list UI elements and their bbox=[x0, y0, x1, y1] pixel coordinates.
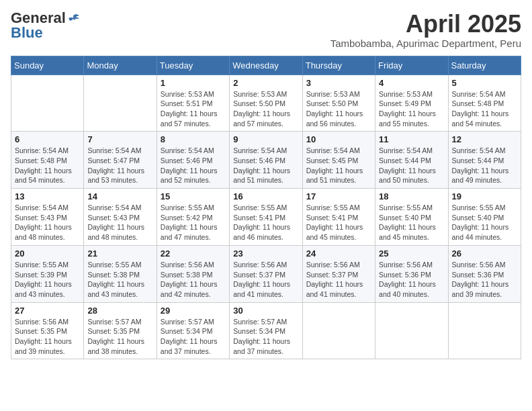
day-number: 6 bbox=[15, 134, 80, 144]
calendar-header-saturday: Saturday bbox=[448, 56, 521, 75]
day-number: 3 bbox=[306, 78, 371, 88]
calendar-cell: 2Sunrise: 5:53 AM Sunset: 5:50 PM Daylig… bbox=[230, 75, 302, 132]
calendar-cell: 23Sunrise: 5:56 AM Sunset: 5:37 PM Dayli… bbox=[230, 245, 302, 302]
day-info: Sunrise: 5:57 AM Sunset: 5:34 PM Dayligh… bbox=[233, 317, 298, 357]
calendar-cell: 26Sunrise: 5:56 AM Sunset: 5:36 PM Dayli… bbox=[448, 245, 521, 302]
calendar-week-row: 13Sunrise: 5:54 AM Sunset: 5:43 PM Dayli… bbox=[11, 189, 521, 246]
calendar-week-row: 27Sunrise: 5:56 AM Sunset: 5:35 PM Dayli… bbox=[11, 302, 521, 359]
calendar-cell bbox=[84, 75, 157, 132]
day-number: 26 bbox=[452, 248, 517, 259]
day-info: Sunrise: 5:54 AM Sunset: 5:48 PM Dayligh… bbox=[452, 89, 517, 129]
day-number: 7 bbox=[87, 134, 152, 144]
day-info: Sunrise: 5:55 AM Sunset: 5:39 PM Dayligh… bbox=[15, 260, 80, 300]
day-number: 10 bbox=[306, 134, 371, 144]
calendar-cell: 15Sunrise: 5:55 AM Sunset: 5:42 PM Dayli… bbox=[157, 189, 229, 246]
day-info: Sunrise: 5:53 AM Sunset: 5:51 PM Dayligh… bbox=[161, 89, 226, 129]
calendar-cell: 13Sunrise: 5:54 AM Sunset: 5:43 PM Dayli… bbox=[11, 189, 84, 246]
calendar-week-row: 6Sunrise: 5:54 AM Sunset: 5:48 PM Daylig… bbox=[11, 132, 521, 189]
day-info: Sunrise: 5:53 AM Sunset: 5:49 PM Dayligh… bbox=[379, 89, 444, 129]
day-number: 21 bbox=[87, 248, 152, 259]
day-number: 25 bbox=[379, 248, 444, 259]
calendar-cell: 20Sunrise: 5:55 AM Sunset: 5:39 PM Dayli… bbox=[11, 245, 84, 302]
day-info: Sunrise: 5:55 AM Sunset: 5:42 PM Dayligh… bbox=[161, 203, 226, 242]
day-info: Sunrise: 5:54 AM Sunset: 5:46 PM Dayligh… bbox=[233, 146, 298, 185]
day-number: 17 bbox=[306, 191, 371, 201]
day-number: 5 bbox=[452, 78, 517, 88]
day-number: 2 bbox=[233, 78, 298, 88]
calendar-cell: 12Sunrise: 5:54 AM Sunset: 5:44 PM Dayli… bbox=[448, 132, 521, 189]
header: General Blue April 2025 Tambobamba, Apur… bbox=[11, 11, 521, 49]
calendar-header-friday: Friday bbox=[375, 56, 448, 75]
day-number: 8 bbox=[161, 134, 226, 144]
calendar-cell: 18Sunrise: 5:55 AM Sunset: 5:40 PM Dayli… bbox=[375, 189, 448, 246]
calendar: SundayMondayTuesdayWednesdayThursdayFrid… bbox=[11, 56, 521, 360]
day-info: Sunrise: 5:55 AM Sunset: 5:41 PM Dayligh… bbox=[233, 203, 298, 242]
day-info: Sunrise: 5:55 AM Sunset: 5:40 PM Dayligh… bbox=[452, 203, 517, 242]
calendar-cell bbox=[448, 302, 521, 359]
calendar-cell: 8Sunrise: 5:54 AM Sunset: 5:46 PM Daylig… bbox=[157, 132, 229, 189]
logo: General Blue bbox=[11, 11, 79, 40]
calendar-cell bbox=[302, 302, 375, 359]
title-block: April 2025 Tambobamba, Apurimac Departme… bbox=[330, 11, 521, 49]
calendar-cell: 7Sunrise: 5:54 AM Sunset: 5:47 PM Daylig… bbox=[84, 132, 157, 189]
day-number: 12 bbox=[452, 134, 517, 144]
day-number: 30 bbox=[233, 306, 298, 316]
day-info: Sunrise: 5:54 AM Sunset: 5:45 PM Dayligh… bbox=[306, 146, 371, 185]
day-number: 24 bbox=[306, 248, 371, 259]
calendar-header-tuesday: Tuesday bbox=[157, 56, 229, 75]
calendar-header-sunday: Sunday bbox=[11, 56, 84, 75]
month-title: April 2025 bbox=[330, 11, 521, 38]
day-info: Sunrise: 5:54 AM Sunset: 5:47 PM Dayligh… bbox=[87, 146, 152, 185]
day-info: Sunrise: 5:55 AM Sunset: 5:40 PM Dayligh… bbox=[379, 203, 444, 242]
logo-general-text: General bbox=[11, 11, 66, 26]
day-number: 16 bbox=[233, 191, 298, 201]
day-info: Sunrise: 5:53 AM Sunset: 5:50 PM Dayligh… bbox=[233, 89, 298, 129]
day-number: 11 bbox=[379, 134, 444, 144]
calendar-header-thursday: Thursday bbox=[302, 56, 375, 75]
calendar-cell: 4Sunrise: 5:53 AM Sunset: 5:49 PM Daylig… bbox=[375, 75, 448, 132]
day-info: Sunrise: 5:57 AM Sunset: 5:34 PM Dayligh… bbox=[161, 317, 226, 357]
day-info: Sunrise: 5:56 AM Sunset: 5:36 PM Dayligh… bbox=[379, 260, 444, 300]
calendar-header-wednesday: Wednesday bbox=[230, 56, 302, 75]
calendar-cell: 3Sunrise: 5:53 AM Sunset: 5:50 PM Daylig… bbox=[302, 75, 375, 132]
calendar-cell: 27Sunrise: 5:56 AM Sunset: 5:35 PM Dayli… bbox=[11, 302, 84, 359]
day-number: 19 bbox=[452, 191, 517, 201]
day-number: 29 bbox=[161, 306, 226, 316]
day-info: Sunrise: 5:56 AM Sunset: 5:36 PM Dayligh… bbox=[452, 260, 517, 300]
calendar-cell: 19Sunrise: 5:55 AM Sunset: 5:40 PM Dayli… bbox=[448, 189, 521, 246]
day-info: Sunrise: 5:56 AM Sunset: 5:37 PM Dayligh… bbox=[306, 260, 371, 300]
day-number: 27 bbox=[15, 306, 80, 316]
calendar-header-monday: Monday bbox=[84, 56, 157, 75]
day-number: 20 bbox=[15, 248, 80, 259]
day-number: 1 bbox=[161, 78, 226, 88]
day-info: Sunrise: 5:57 AM Sunset: 5:35 PM Dayligh… bbox=[87, 317, 152, 357]
day-number: 28 bbox=[87, 306, 152, 316]
calendar-cell: 11Sunrise: 5:54 AM Sunset: 5:44 PM Dayli… bbox=[375, 132, 448, 189]
calendar-cell: 29Sunrise: 5:57 AM Sunset: 5:34 PM Dayli… bbox=[157, 302, 229, 359]
calendar-cell: 24Sunrise: 5:56 AM Sunset: 5:37 PM Dayli… bbox=[302, 245, 375, 302]
day-number: 9 bbox=[233, 134, 298, 144]
calendar-week-row: 20Sunrise: 5:55 AM Sunset: 5:39 PM Dayli… bbox=[11, 245, 521, 302]
day-info: Sunrise: 5:54 AM Sunset: 5:44 PM Dayligh… bbox=[379, 146, 444, 185]
calendar-cell: 9Sunrise: 5:54 AM Sunset: 5:46 PM Daylig… bbox=[230, 132, 302, 189]
calendar-cell: 5Sunrise: 5:54 AM Sunset: 5:48 PM Daylig… bbox=[448, 75, 521, 132]
calendar-cell: 28Sunrise: 5:57 AM Sunset: 5:35 PM Dayli… bbox=[84, 302, 157, 359]
day-number: 23 bbox=[233, 248, 298, 259]
logo-blue-text: Blue bbox=[11, 26, 43, 40]
day-info: Sunrise: 5:56 AM Sunset: 5:35 PM Dayligh… bbox=[15, 317, 80, 357]
day-info: Sunrise: 5:55 AM Sunset: 5:41 PM Dayligh… bbox=[306, 203, 371, 242]
location-title: Tambobamba, Apurimac Department, Peru bbox=[330, 38, 521, 49]
calendar-cell: 21Sunrise: 5:55 AM Sunset: 5:38 PM Dayli… bbox=[84, 245, 157, 302]
calendar-cell: 6Sunrise: 5:54 AM Sunset: 5:48 PM Daylig… bbox=[11, 132, 84, 189]
day-info: Sunrise: 5:53 AM Sunset: 5:50 PM Dayligh… bbox=[306, 89, 371, 129]
calendar-cell: 10Sunrise: 5:54 AM Sunset: 5:45 PM Dayli… bbox=[302, 132, 375, 189]
day-info: Sunrise: 5:56 AM Sunset: 5:38 PM Dayligh… bbox=[161, 260, 226, 300]
calendar-cell: 1Sunrise: 5:53 AM Sunset: 5:51 PM Daylig… bbox=[157, 75, 229, 132]
calendar-week-row: 1Sunrise: 5:53 AM Sunset: 5:51 PM Daylig… bbox=[11, 75, 521, 132]
day-info: Sunrise: 5:54 AM Sunset: 5:43 PM Dayligh… bbox=[87, 203, 152, 242]
day-info: Sunrise: 5:54 AM Sunset: 5:48 PM Dayligh… bbox=[15, 146, 80, 185]
day-info: Sunrise: 5:54 AM Sunset: 5:44 PM Dayligh… bbox=[452, 146, 517, 185]
day-number: 4 bbox=[379, 78, 444, 88]
logo-bird-icon bbox=[67, 13, 79, 23]
day-number: 13 bbox=[15, 191, 80, 201]
